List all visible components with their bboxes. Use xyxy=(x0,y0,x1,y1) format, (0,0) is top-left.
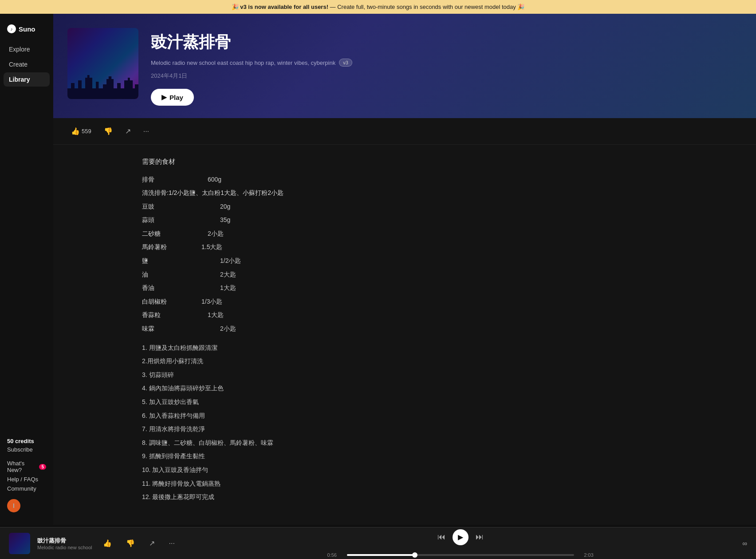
ingredient-name-1: 清洗排骨:1/2小匙鹽、太白粉1大匙、小蘇打粉2小匙 xyxy=(142,187,284,199)
more-button[interactable]: ··· xyxy=(140,126,153,137)
step-1: 1. 用鹽及太白粉抓醃跟清潔 xyxy=(142,342,742,354)
player-thumbs-down-icon: 👎 xyxy=(126,539,135,547)
ingredient-amount-7: 2大匙 xyxy=(195,269,236,281)
player-infinity-button[interactable]: ∞ xyxy=(742,539,747,547)
ingredient-name-7: 油 xyxy=(142,269,195,281)
song-tags: Melodic radio new school east coast hip … xyxy=(151,59,742,67)
ingredient-name-11: 味霖 xyxy=(142,323,195,335)
song-version-badge: v3 xyxy=(339,59,352,67)
step-9: 9. 抓醃到排骨產生黏性 xyxy=(142,450,742,462)
song-actions: 👍 559 👎 ↗ ··· xyxy=(53,118,756,145)
help-label: Help / FAQs xyxy=(7,476,38,483)
dislike-button[interactable]: 👎 xyxy=(100,125,116,137)
ingredient-row-11: 味霖 2小匙 xyxy=(142,323,742,335)
banner-emoji-right: 🎉 xyxy=(517,4,524,10)
player-like-button[interactable]: 👍 xyxy=(99,537,115,549)
credits-display: 50 credits xyxy=(7,438,46,444)
player-elapsed: 0:56 xyxy=(327,552,343,558)
ingredient-amount-4: 2小匙 xyxy=(195,228,224,240)
ingredient-row-6: 鹽 1/2小匙 xyxy=(142,255,742,267)
bottom-player: 豉汁蒸排骨 Melodic radio new school 👍 👎 ↗ ···… xyxy=(0,527,756,559)
sidebar-item-create[interactable]: Create xyxy=(4,57,50,71)
ingredient-amount-0: 600g xyxy=(195,174,221,186)
ingredient-amount-2: 20g xyxy=(195,201,230,213)
recipe-title: 需要的食材 xyxy=(142,155,742,168)
player-thumbs-up-icon: 👍 xyxy=(103,539,112,547)
song-info: 豉汁蒸排骨 Melodic radio new school east coas… xyxy=(151,28,742,106)
player-song-title: 豉汁蒸排骨 xyxy=(37,537,92,545)
ingredient-name-9: 白胡椒粉 xyxy=(142,296,195,308)
ingredient-row-10: 香蒜粒 1大匙 xyxy=(142,309,742,321)
step-7: 7. 用清水將排骨洗乾淨 xyxy=(142,423,742,435)
sidebar-bottom: 50 credits Subscribe What's New? 5 Help … xyxy=(0,432,53,518)
progress-fill xyxy=(347,554,415,556)
ingredient-name-3: 蒜頭 xyxy=(142,214,195,226)
player-more-icon: ··· xyxy=(169,539,175,547)
player-right-controls: ∞ xyxy=(742,539,747,547)
sidebar-item-library[interactable]: Library xyxy=(4,72,50,87)
step-12: 12. 最後撒上蔥花即可完成 xyxy=(142,491,742,503)
community-label: Community xyxy=(7,485,36,492)
play-button[interactable]: ▶ Play xyxy=(151,89,194,106)
ingredient-amount-6: 1/2小匙 xyxy=(195,255,241,267)
like-count: 559 xyxy=(82,128,91,135)
logo[interactable]: ♪ Suno xyxy=(0,21,53,42)
sidebar-nav: Explore Create Library xyxy=(0,42,53,432)
player-song-info: 豉汁蒸排骨 Melodic radio new school xyxy=(37,537,92,550)
ingredient-name-8: 香油 xyxy=(142,282,195,294)
logo-icon: ♪ xyxy=(7,24,16,33)
step-6: 6. 加入香蒜粒拌勻備用 xyxy=(142,410,742,422)
player-dislike-button[interactable]: 👎 xyxy=(122,537,138,549)
banner-emoji-left: 🎉 xyxy=(232,4,239,10)
cover-art xyxy=(67,28,138,99)
player-thumbnail xyxy=(9,533,30,554)
ingredient-row-5: 馬鈴薯粉 1.5大匙 xyxy=(142,241,742,253)
avatar[interactable]: I xyxy=(7,499,20,512)
ingredient-row-8: 香油 1大匙 xyxy=(142,282,742,294)
player-share-button[interactable]: ↗ xyxy=(146,537,158,549)
sidebar-item-help[interactable]: Help / FAQs xyxy=(7,476,46,483)
player-more-button[interactable]: ··· xyxy=(165,538,178,549)
ingredient-amount-11: 2小匙 xyxy=(195,323,236,335)
player-play-pause-button[interactable]: ▶ xyxy=(453,529,469,545)
player-prev-button[interactable]: ⏮ xyxy=(437,532,445,542)
ingredient-amount-5: 1.5大匙 xyxy=(195,241,222,253)
ingredient-row-7: 油 2大匙 xyxy=(142,269,742,281)
ingredient-name-4: 二砂糖 xyxy=(142,228,195,240)
banner-description: — Create full, two-minute songs in secon… xyxy=(330,4,518,10)
song-date: 2024年4月1日 xyxy=(151,72,742,80)
ingredient-name-5: 馬鈴薯粉 xyxy=(142,241,195,253)
ingredient-amount-8: 1大匙 xyxy=(195,282,236,294)
sidebar-item-whats-new[interactable]: What's New? 5 xyxy=(7,460,46,473)
thumbs-up-icon: 👍 xyxy=(71,127,80,135)
ingredient-amount-10: 1大匙 xyxy=(195,309,224,321)
share-icon: ↗ xyxy=(125,127,131,135)
sidebar-item-explore[interactable]: Explore xyxy=(4,42,50,56)
song-title: 豉汁蒸排骨 xyxy=(151,32,742,53)
step-4: 4. 鍋內加油將蒜頭碎炒至上色 xyxy=(142,382,742,394)
step-3: 3. 切蒜頭碎 xyxy=(142,369,742,381)
banner-bold: v3 is now available for all users! xyxy=(240,4,328,10)
ingredient-amount-9: 1/3小匙 xyxy=(195,296,222,308)
recipe-ingredients: 排骨 600g 清洗排骨:1/2小匙鹽、太白粉1大匙、小蘇打粉2小匙 豆豉 20… xyxy=(142,174,742,335)
progress-bar[interactable] xyxy=(347,554,574,556)
ingredient-row-9: 白胡椒粉 1/3小匙 xyxy=(142,296,742,308)
ingredient-row-4: 二砂糖 2小匙 xyxy=(142,228,742,240)
player-next-button[interactable]: ⏭ xyxy=(476,532,484,542)
sidebar-item-community[interactable]: Community xyxy=(7,485,46,492)
ingredient-name-0: 排骨 xyxy=(142,174,195,186)
step-11: 11. 將醃好排骨放入電鍋蒸熟 xyxy=(142,478,742,490)
ingredient-row-2: 豆豉 20g xyxy=(142,201,742,213)
share-button[interactable]: ↗ xyxy=(122,125,134,137)
sidebar: ♪ Suno Explore Create Library 50 credits… xyxy=(0,14,53,525)
recipe-steps: 1. 用鹽及太白粉抓醃跟清潔 2.用烘焙用小蘇打清洗 3. 切蒜頭碎 4. 鍋內… xyxy=(142,342,742,503)
like-button[interactable]: 👍 559 xyxy=(67,125,95,137)
ingredient-name-10: 香蒜粒 xyxy=(142,309,195,321)
top-banner: 🎉 v3 is now available for all users! — C… xyxy=(0,0,756,14)
play-icon: ▶ xyxy=(161,93,167,101)
subscribe-link[interactable]: Subscribe xyxy=(7,446,46,453)
main-content: 豉汁蒸排骨 Melodic radio new school east coas… xyxy=(53,14,756,525)
step-8: 8. 調味鹽、二砂糖、白胡椒粉、馬鈴薯粉、味霖 xyxy=(142,437,742,449)
player-progress-row: 0:56 2:03 xyxy=(327,552,594,558)
ingredient-amount-3: 35g xyxy=(195,214,230,226)
